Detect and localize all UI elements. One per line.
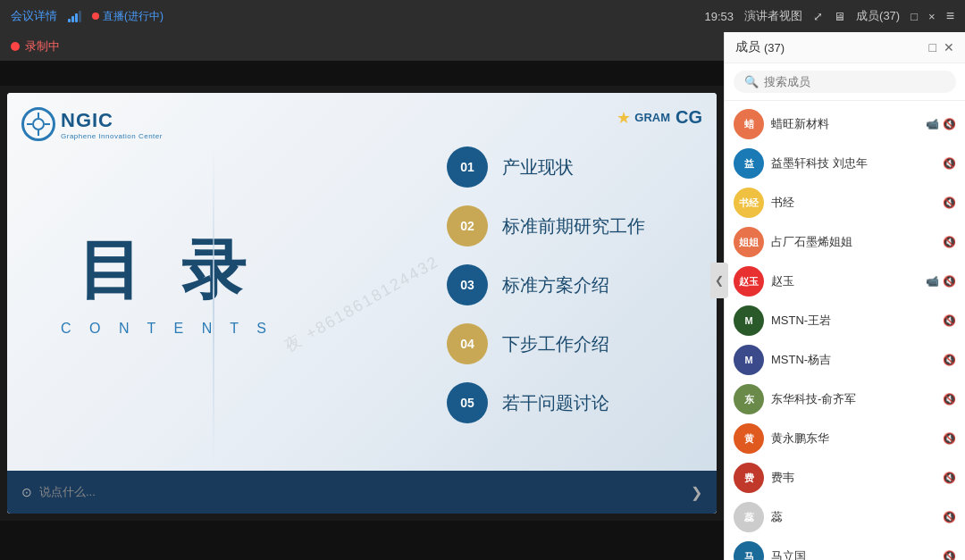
close-window-icon[interactable]: ×	[928, 10, 936, 23]
member-name: 益墨轩科技 刘忠年	[771, 155, 936, 171]
presenter-view-btn[interactable]: 演讲者视图	[744, 8, 802, 24]
dark-bar-top	[0, 61, 724, 86]
menu-item: 05 若干问题讨论	[447, 382, 645, 423]
menu-number: 01	[447, 146, 488, 188]
list-item[interactable]: 书经 书经 🔇	[725, 183, 965, 222]
search-bar: 🔍	[725, 63, 965, 101]
panel-close-btn[interactable]: ✕	[944, 40, 954, 54]
member-name: MSTN-杨吉	[771, 352, 936, 368]
mic-icon: 🔇	[943, 393, 956, 405]
member-name: 马立国	[771, 548, 936, 560]
cg-logo: ★ GRAM CG	[617, 107, 702, 128]
menu-number: 02	[447, 205, 488, 247]
list-item[interactable]: 马 马立国 🔇	[725, 537, 965, 560]
recording-bar: 录制中	[0, 32, 724, 61]
member-icons: 🔇	[943, 236, 956, 248]
list-item[interactable]: 蕊 蕊 🔇	[725, 497, 965, 537]
mic-icon: 🔇	[943, 472, 956, 484]
collapse-panel-btn[interactable]: ❮	[710, 263, 728, 298]
search-input-wrap: 🔍	[734, 71, 956, 93]
list-item[interactable]: 赵玉 赵玉 📹 🔇	[725, 262, 965, 301]
rec-indicator	[11, 42, 20, 51]
menu-label: 产业现状	[502, 155, 574, 180]
signal-bar-3	[75, 13, 78, 22]
panel-header-icons: □ ✕	[929, 40, 954, 54]
member-icons: 📹 🔇	[926, 275, 956, 288]
panel-expand-btn[interactable]: □	[929, 40, 936, 54]
member-name: 费韦	[771, 470, 936, 486]
menu-items: 01 产业现状 02 标准前期研究工作 03 标准方案介绍 04 下步工作介绍 …	[447, 146, 645, 423]
menu-label: 标准前期研究工作	[502, 214, 645, 238]
member-list: 蜡 蜡旺新材料 📹 🔇 益 益墨轩科技 刘忠年 🔇 书经 书经 🔇 姐姐 占厂石…	[725, 101, 965, 560]
screen-icon[interactable]: 🖥	[834, 10, 845, 23]
signal-bar-4	[79, 11, 81, 22]
menu-item: 02 标准前期研究工作	[447, 205, 645, 247]
mic-icon: 🔇	[943, 432, 956, 445]
hamburger-menu[interactable]: ≡	[946, 8, 954, 24]
panel-expand-icon[interactable]: □	[910, 10, 918, 23]
avatar: M	[734, 305, 764, 336]
member-icons: 🔇	[943, 157, 956, 170]
member-icons: 🔇	[943, 550, 956, 560]
bottom-placeholder-text[interactable]: 说点什么...	[39, 484, 680, 500]
menu-number: 04	[447, 323, 488, 364]
avatar: M	[734, 345, 764, 375]
watermark: 夜 +8618618124432	[281, 250, 442, 356]
search-icon: 🔍	[744, 75, 759, 88]
mic-icon: 🔇	[943, 314, 956, 327]
slide-wrapper: NGIC Graphene Innovation Center ★ GRAM C…	[7, 93, 717, 514]
time-display: 19:53	[705, 10, 734, 23]
avatar: 马	[734, 541, 764, 560]
list-item[interactable]: 姐姐 占厂石墨烯姐姐 🔇	[725, 222, 965, 262]
list-item[interactable]: 费 费韦 🔇	[725, 458, 965, 497]
fullscreen-icon[interactable]: ⤢	[813, 10, 823, 23]
dark-bar-bottom	[0, 521, 724, 560]
member-icons: 🔇	[943, 314, 956, 327]
signal-bars	[68, 10, 81, 22]
avatar: 益	[734, 148, 764, 179]
top-bar-right: 19:53 演讲者视图 ⤢ 🖥 成员(37) □ × ≡	[705, 8, 955, 24]
members-label: 成员(37)	[856, 8, 900, 24]
mic-icon: 🔇	[943, 157, 956, 170]
menu-label: 下步工作介绍	[502, 332, 609, 356]
member-icons: 🔇	[943, 393, 956, 405]
menu-number: 03	[447, 264, 488, 305]
main-area: 录制中	[0, 32, 965, 560]
bottom-arrow-icon[interactable]: ❯	[691, 484, 702, 501]
mic-icon: 🔇	[943, 196, 956, 209]
panel-count: (37)	[764, 41, 785, 54]
ngic-logo: NGIC Graphene Innovation Center	[21, 107, 163, 141]
avatar: 蜡	[734, 109, 764, 139]
member-name: 赵玉	[771, 273, 919, 289]
list-item[interactable]: 益 益墨轩科技 刘忠年 🔇	[725, 144, 965, 183]
menu-item: 03 标准方案介绍	[447, 264, 645, 305]
member-icons: 🔇	[943, 354, 956, 366]
avatar: 蕊	[734, 502, 764, 532]
menu-item: 01 产业现状	[447, 146, 645, 188]
mic-icon: 🔇	[943, 236, 956, 248]
list-item[interactable]: 黄 黄永鹏东华 🔇	[725, 419, 965, 458]
avatar: 黄	[734, 423, 764, 454]
panel-title: 成员	[735, 39, 760, 55]
avatar: 东	[734, 384, 764, 414]
menu-label: 若干问题讨论	[502, 391, 609, 415]
member-name: 东华科技-俞齐军	[771, 391, 936, 407]
mulu-chinese: 目 录	[61, 228, 273, 313]
member-name: 占厂石墨烯姐姐	[771, 234, 936, 250]
recording-label: 录制中	[25, 38, 60, 54]
top-bar-left: 会议详情 直播(进行中)	[11, 8, 164, 24]
list-item[interactable]: M MSTN-杨吉 🔇	[725, 340, 965, 380]
live-label: 直播(进行中)	[103, 9, 164, 24]
list-item[interactable]: 蜡 蜡旺新材料 📹 🔇	[725, 104, 965, 144]
mulu-title: 目 录 C O N T E N T S	[61, 228, 273, 337]
live-badge: 直播(进行中)	[92, 9, 164, 24]
live-dot	[92, 13, 99, 20]
meeting-info-link[interactable]: 会议详情	[11, 8, 57, 24]
avatar: 赵玉	[734, 266, 764, 297]
member-icons: 🔇	[943, 196, 956, 209]
list-item[interactable]: 东 东华科技-俞齐军 🔇	[725, 380, 965, 419]
search-input[interactable]	[764, 75, 945, 88]
signal-bar-1	[68, 19, 71, 22]
list-item[interactable]: M MSTN-王岩 🔇	[725, 301, 965, 340]
member-name: 蕊	[771, 509, 936, 525]
